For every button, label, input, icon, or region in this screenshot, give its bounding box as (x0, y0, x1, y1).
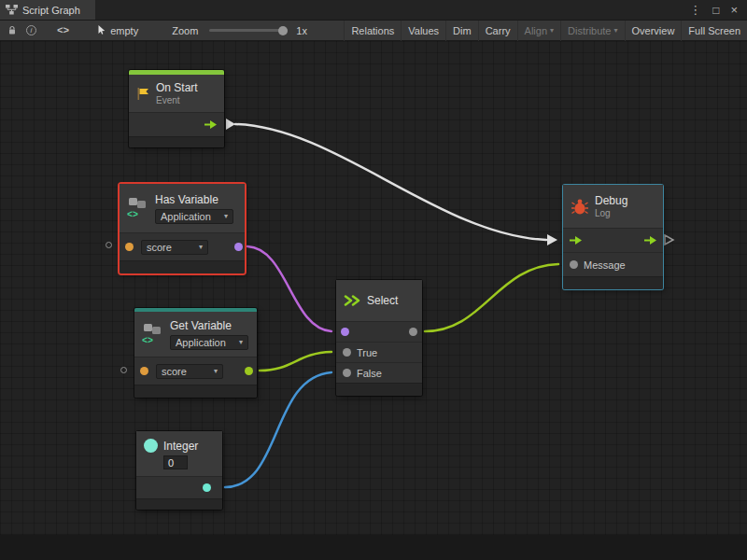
select-icon (344, 294, 361, 307)
variable-name-input-port[interactable] (140, 367, 148, 375)
value-output-port[interactable] (245, 367, 253, 375)
flow-input-port[interactable] (569, 235, 583, 245)
node-header: Debug Log (563, 185, 663, 228)
wire-onstart-to-debuglog (235, 124, 546, 240)
graph-breadcrumb-label[interactable]: empty (110, 25, 138, 36)
distribute-button[interactable]: Distribute ▾ (560, 21, 624, 41)
node-footer (129, 136, 224, 147)
condition-input-port[interactable] (341, 328, 349, 336)
port-row (563, 228, 663, 252)
node-title: On Start (156, 81, 198, 94)
overview-button[interactable]: Overview (625, 21, 682, 41)
maximize-icon[interactable]: □ (712, 4, 719, 17)
zoom-slider-track[interactable] (209, 29, 288, 32)
values-button[interactable]: Values (401, 21, 445, 41)
variable-scope-dropdown[interactable]: Application ▾ (170, 335, 248, 350)
variable-icon: <> (127, 197, 149, 219)
menu-icon[interactable]: ⋮ (689, 3, 701, 17)
port-row: False (336, 362, 422, 383)
node-header: On Start Event (129, 75, 224, 112)
align-button[interactable]: Align ▾ (517, 21, 560, 41)
node-select[interactable]: Select True False (336, 280, 422, 396)
integer-icon (144, 439, 158, 453)
node-header: <> Has Variable Application ▾ (120, 184, 245, 232)
node-subtitle: Event (156, 95, 198, 105)
zoom-value: 1x (296, 25, 307, 36)
carry-button[interactable]: Carry (478, 21, 517, 41)
node-has-variable[interactable]: <> Has Variable Application ▾ score ▾ (120, 184, 245, 273)
node-title: Debug (595, 194, 627, 207)
port-label: True (357, 347, 377, 358)
script-graph-icon (6, 5, 18, 15)
node-footer (136, 498, 222, 510)
wire-hasvariable-to-select (247, 246, 331, 331)
info-icon[interactable]: i (26, 25, 36, 35)
scope-value: Application (176, 337, 226, 348)
dim-button[interactable]: Dim (445, 21, 478, 41)
unity-graph-window: Script Graph ⋮ □ × i <> empty Zoom 1x (0, 0, 747, 560)
result-output-port[interactable] (234, 243, 243, 251)
fullscreen-button[interactable]: Full Screen (681, 21, 747, 41)
port-row: score ▾ (120, 232, 245, 260)
port-label: False (357, 368, 382, 379)
tab-script-graph[interactable]: Script Graph (0, 0, 95, 20)
graph-canvas[interactable]: On Start Event <> Has Variable (0, 41, 747, 560)
node-footer (120, 260, 245, 273)
selection-output-port[interactable] (409, 328, 417, 336)
code-glyph-icon: <> (127, 210, 138, 220)
port-row (336, 321, 422, 342)
port-row: True (336, 342, 422, 362)
code-glyph-icon: <> (142, 336, 153, 346)
variable-name-dropdown[interactable]: score ▾ (156, 364, 223, 379)
unconnected-port-ring[interactable] (106, 242, 112, 248)
chevron-down-icon: ▾ (214, 367, 218, 375)
port-row: score ▾ (134, 357, 257, 385)
variable-name-input-port[interactable] (125, 243, 134, 251)
tab-bar: Script Graph ⋮ □ × (0, 0, 747, 21)
node-subtitle: Log (595, 208, 627, 218)
node-footer (336, 383, 422, 396)
node-title: Select (367, 294, 398, 307)
node-title: Get Variable (170, 319, 248, 332)
bug-icon (571, 198, 589, 216)
value-output-port[interactable] (203, 483, 211, 492)
graph-toolbar: i <> empty Zoom 1x Relations Values Dim … (0, 21, 747, 41)
flow-arrowhead (547, 234, 557, 245)
wire-select-to-debuglog-message (425, 264, 558, 331)
true-input-port[interactable] (343, 348, 351, 357)
node-header: Integer 0 (136, 431, 222, 476)
tab-title: Script Graph (22, 5, 80, 16)
port-label: Message (584, 259, 626, 271)
variable-name-value: score (147, 242, 172, 253)
cursor-icon (97, 25, 106, 35)
message-input-port[interactable] (570, 260, 578, 269)
relations-button[interactable]: Relations (344, 21, 401, 41)
lock-icon[interactable] (7, 25, 17, 35)
node-title: Integer (163, 440, 198, 453)
window-controls: ⋮ □ × (689, 0, 747, 20)
node-integer[interactable]: Integer 0 (136, 431, 222, 510)
chevron-down-icon: ▾ (224, 212, 228, 220)
flow-source-triangle (226, 119, 235, 130)
flow-continue-triangle (665, 235, 673, 245)
node-debug-log[interactable]: Debug Log Message (563, 185, 663, 289)
zoom-slider-knob[interactable] (278, 26, 288, 35)
wire-getvariable-to-select-true (260, 352, 331, 371)
port-row (136, 476, 222, 498)
false-input-port[interactable] (343, 369, 351, 377)
close-icon[interactable]: × (730, 3, 738, 17)
flow-output-port[interactable] (643, 235, 657, 245)
code-view-icon[interactable]: <> (57, 25, 69, 36)
integer-value-field[interactable]: 0 (163, 455, 188, 469)
node-get-variable[interactable]: <> Get Variable Application ▾ score ▾ (134, 308, 257, 398)
toolbar-button-group: Relations Values Dim Carry Align ▾ Distr… (344, 21, 747, 41)
variable-scope-dropdown[interactable]: Application ▾ (155, 209, 233, 224)
flow-output-port[interactable] (204, 119, 218, 130)
canvas-bounds-edge (0, 535, 747, 560)
variable-name-dropdown[interactable]: score ▾ (141, 240, 208, 255)
node-on-start[interactable]: On Start Event (129, 70, 224, 147)
node-title: Has Variable (155, 193, 233, 206)
variable-icon: <> (142, 323, 164, 345)
chevron-down-icon: ▾ (614, 26, 618, 35)
unconnected-port-ring[interactable] (120, 367, 127, 373)
